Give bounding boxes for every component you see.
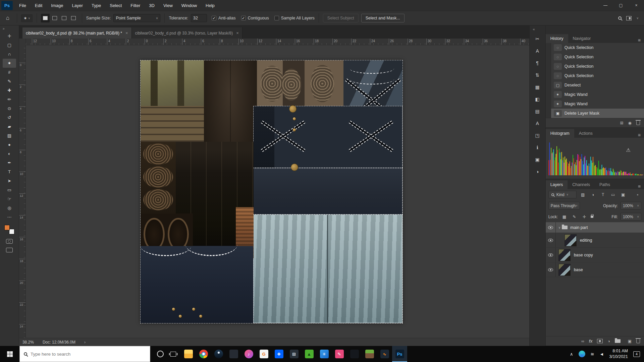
network-icon[interactable]: ≋ — [591, 352, 594, 357]
opacity-dropdown[interactable]: 100% ∨ — [621, 202, 641, 209]
checkbox-box-icon[interactable] — [241, 16, 246, 20]
home-icon[interactable]: ⌂ — [3, 13, 13, 23]
menu-help[interactable]: Help — [201, 0, 219, 11]
panel-menu-icon[interactable]: ≡ — [635, 38, 644, 43]
volume-icon[interactable]: ◄ — [600, 352, 604, 357]
contiguous-checkbox[interactable]: Contiguous — [241, 16, 269, 20]
main-part[interactable]: ∨ main part — [546, 222, 644, 233]
history-state-well[interactable] — [546, 99, 551, 109]
menu-filter[interactable]: Filter — [126, 0, 145, 11]
base-copy[interactable]: ∨ base copy — [546, 248, 644, 262]
gog-icon[interactable]: G — [256, 346, 271, 362]
music-app-icon[interactable]: ♪ — [241, 346, 256, 362]
swatches-icon[interactable]: ▦ — [532, 82, 543, 92]
clone-stamp-tool[interactable]: ⊙ — [3, 104, 16, 113]
edit-toolbar-button[interactable]: ⋯ — [3, 213, 16, 222]
filter-adjustment-layers-icon[interactable]: ◑ — [589, 191, 597, 198]
minecraft-icon[interactable] — [362, 346, 377, 362]
history-state-well[interactable] — [546, 71, 551, 80]
zoom-level[interactable]: 38.2% — [22, 340, 34, 345]
history-state-well[interactable] — [546, 109, 551, 118]
close-button[interactable]: × — [629, 0, 644, 11]
history-magic-wand-1[interactable]: ✶ Magic Wand — [546, 90, 644, 99]
filter-kind-dropdown[interactable]: Kind ∨ — [548, 191, 577, 198]
zoom-tool[interactable]: ◎ — [3, 203, 16, 213]
dock-collapse-icon[interactable]: « — [530, 25, 545, 33]
shape-tool[interactable]: ▭ — [3, 185, 16, 194]
visibility-toggle[interactable] — [546, 222, 556, 233]
visibility-toggle[interactable] — [546, 248, 556, 262]
task-view-icon[interactable] — [170, 352, 176, 357]
menu-layer[interactable]: Layer — [68, 0, 88, 11]
steam-icon[interactable] — [211, 346, 226, 362]
history-state-well[interactable] — [546, 52, 551, 62]
notification-center-icon[interactable]: 4 — [633, 351, 640, 357]
audacity-icon[interactable]: ∿ — [377, 346, 392, 362]
texture-document[interactable] — [140, 60, 403, 323]
link-layers-icon[interactable]: ∞ — [581, 339, 584, 344]
dark-app2-icon[interactable] — [347, 346, 362, 362]
add-layer-mask-icon[interactable] — [597, 339, 603, 343]
tab-histogram[interactable]: Histogram — [546, 129, 574, 138]
add-to-selection-icon[interactable] — [50, 14, 59, 22]
lock-all-icon[interactable] — [591, 216, 593, 218]
layer-effects-icon[interactable]: fx — [589, 339, 593, 344]
move-tool[interactable]: ✛ — [3, 32, 16, 41]
menu-3d[interactable]: 3D — [145, 0, 159, 11]
dropbox-icon[interactable]: ❖ — [271, 346, 286, 362]
photoshop-icon[interactable]: Ps — [392, 346, 407, 362]
filter-pixel-layers-icon[interactable]: ▨ — [579, 191, 587, 198]
file-explorer-icon[interactable] — [181, 346, 196, 362]
menu-select[interactable]: Select — [105, 0, 126, 11]
toolbar-collapse-icon[interactable]: » — [0, 25, 19, 32]
visibility-toggle[interactable] — [546, 262, 556, 277]
filter-shape-layers-icon[interactable]: ▭ — [609, 191, 617, 198]
search-icon[interactable] — [618, 16, 622, 20]
menu-edit[interactable]: Edit — [31, 0, 47, 11]
paint-app-icon[interactable]: ✎ — [332, 346, 347, 362]
gradient-tool[interactable]: ▨ — [3, 131, 16, 140]
menu-window[interactable]: Window — [177, 0, 201, 11]
menu-view[interactable]: View — [159, 0, 177, 11]
tab-paths[interactable]: Paths — [595, 180, 615, 189]
close-tab-icon[interactable]: × — [125, 31, 128, 36]
chrome-icon[interactable] — [196, 346, 211, 362]
marquee-tool[interactable]: ▢ — [3, 41, 16, 50]
workspace-icon[interactable] — [626, 16, 632, 20]
tolerance-input[interactable] — [191, 14, 207, 22]
magic-wand-tool[interactable]: ✶ — [3, 59, 16, 68]
new-document-from-state-icon[interactable]: ⊞ — [620, 121, 623, 125]
lock-position-icon[interactable]: ✛ — [581, 213, 588, 220]
tab-navigator[interactable]: Navigator — [568, 34, 596, 43]
panel-menu-icon[interactable]: ≡ — [635, 132, 644, 138]
blur-tool[interactable]: ● — [3, 140, 16, 149]
panel-menu-icon[interactable]: ≡ — [635, 184, 644, 189]
blend-mode-dropdown[interactable]: Pass Through ∨ — [548, 202, 580, 209]
select-subject-button[interactable]: Select Subject — [323, 14, 359, 22]
taskbar-clock[interactable]: 8:01 AM 3/10/2021 — [609, 348, 628, 360]
history-magic-wand-2[interactable]: ✶ Magic Wand — [546, 99, 644, 109]
crop-tool[interactable]: # — [3, 68, 16, 77]
background-color-swatch[interactable] — [9, 229, 14, 234]
filter-type-layers-icon[interactable]: T — [599, 191, 607, 198]
subtract-from-selection-icon[interactable] — [60, 14, 68, 22]
visibility-toggle[interactable] — [546, 233, 556, 247]
search-input[interactable] — [31, 352, 131, 357]
new-group-icon[interactable] — [615, 339, 621, 343]
dodge-tool[interactable]: ◐ — [3, 149, 16, 158]
select-and-mask-button[interactable]: Select and Mask... — [361, 14, 405, 22]
path-select-tool[interactable]: ➤ — [3, 176, 16, 185]
tab-layers[interactable]: Layers — [546, 180, 568, 189]
green-app-icon[interactable]: ▲ — [302, 346, 317, 362]
menu-type[interactable]: Type — [87, 0, 105, 11]
tray-chevron-icon[interactable]: ∧ — [570, 352, 573, 357]
character-icon[interactable]: A — [532, 46, 543, 56]
history-state-well[interactable] — [546, 43, 551, 52]
quick-mask-button[interactable] — [6, 239, 13, 244]
lasso-tool[interactable]: ∩ — [3, 50, 16, 59]
history-deselect[interactable]: ▢ Deselect — [546, 80, 644, 90]
new-selection-icon[interactable] — [41, 14, 50, 22]
document-tab-torso[interactable]: cibilwar02_body_d.psd @ 33.3% (torso, La… — [132, 27, 243, 39]
history-quick-selection-3[interactable]: ◌ Quick Selection — [546, 62, 644, 71]
history-delete-layer-mask[interactable]: ▣ Delete Layer Mask — [546, 109, 644, 118]
